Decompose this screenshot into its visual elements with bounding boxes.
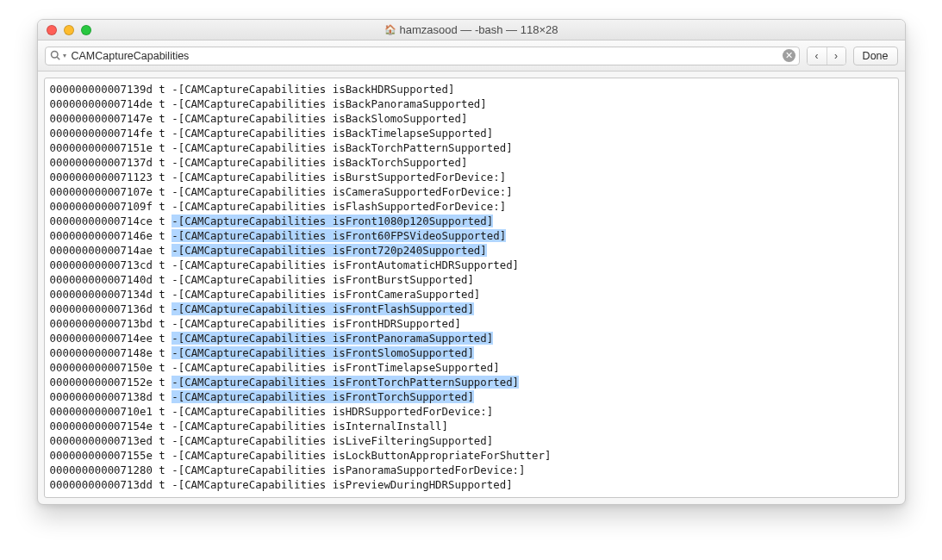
highlighted-symbol: -[CAMCaptureCapabilities isFront60FPSVid…: [172, 229, 506, 242]
terminal-line[interactable]: 000000000007136d t -[CAMCaptureCapabilit…: [50, 302, 893, 316]
terminal-line[interactable]: 000000000007151e t -[CAMCaptureCapabilit…: [50, 140, 893, 155]
terminal-line[interactable]: 00000000000714ee t -[CAMCaptureCapabilit…: [50, 331, 893, 345]
svg-line-1: [57, 57, 59, 59]
terminal-line[interactable]: 00000000000713bd t -[CAMCaptureCapabilit…: [50, 316, 893, 331]
window-title: 🏠 hamzasood — -bash — 118×28: [38, 23, 905, 36]
terminal-line[interactable]: 000000000007152e t -[CAMCaptureCapabilit…: [50, 375, 893, 389]
terminal-line[interactable]: 00000000000710e1 t -[CAMCaptureCapabilit…: [50, 404, 893, 419]
terminal-line[interactable]: 00000000000714ce t -[CAMCaptureCapabilit…: [50, 214, 893, 228]
highlighted-symbol: -[CAMCaptureCapabilities isFront720p240S…: [172, 244, 487, 257]
terminal-line[interactable]: 000000000007155e t -[CAMCaptureCapabilit…: [50, 448, 893, 463]
terminal-line[interactable]: 00000000000714fe t -[CAMCaptureCapabilit…: [50, 126, 893, 140]
chevron-down-icon[interactable]: ▾: [63, 53, 70, 59]
svg-point-0: [51, 51, 58, 58]
terminal-line[interactable]: 000000000007154e t -[CAMCaptureCapabilit…: [50, 419, 893, 433]
terminal-line[interactable]: 000000000007134d t -[CAMCaptureCapabilit…: [50, 287, 893, 302]
terminal-line[interactable]: 00000000000713dd t -[CAMCaptureCapabilit…: [50, 477, 893, 492]
find-previous-button[interactable]: ‹: [808, 47, 827, 65]
highlighted-symbol: -[CAMCaptureCapabilities isFrontTorchSup…: [172, 390, 474, 403]
clear-search-button[interactable]: ✕: [783, 49, 795, 62]
terminal-line[interactable]: 000000000007138d t -[CAMCaptureCapabilit…: [50, 389, 893, 404]
terminal-window: 🏠 hamzasood — -bash — 118×28 ▾ ✕ ‹ › Don…: [37, 19, 906, 505]
terminal-line[interactable]: 000000000007150e t -[CAMCaptureCapabilit…: [50, 360, 893, 375]
terminal-line[interactable]: 000000000007137d t -[CAMCaptureCapabilit…: [50, 155, 893, 170]
terminal-line[interactable]: 0000000000071123 t -[CAMCaptureCapabilit…: [50, 170, 893, 184]
search-icon: [49, 50, 63, 62]
home-icon: 🏠: [384, 25, 396, 34]
terminal-content[interactable]: 000000000007139d t -[CAMCaptureCapabilit…: [44, 78, 899, 498]
window-title-text: hamzasood — -bash — 118×28: [400, 23, 558, 36]
close-window-button[interactable]: [47, 25, 57, 35]
terminal-line[interactable]: 00000000000713cd t -[CAMCaptureCapabilit…: [50, 258, 893, 272]
terminal-line[interactable]: 000000000007146e t -[CAMCaptureCapabilit…: [50, 228, 893, 243]
terminal-line[interactable]: 000000000007139d t -[CAMCaptureCapabilit…: [50, 82, 893, 96]
done-button[interactable]: Done: [853, 47, 898, 65]
highlighted-symbol: -[CAMCaptureCapabilities isFrontFlashSup…: [172, 302, 474, 315]
highlighted-symbol: -[CAMCaptureCapabilities isFront1080p120…: [172, 215, 493, 227]
find-next-button[interactable]: ›: [827, 47, 845, 65]
terminal-line[interactable]: 000000000007148e t -[CAMCaptureCapabilit…: [50, 345, 893, 360]
terminal-line[interactable]: 0000000000071280 t -[CAMCaptureCapabilit…: [50, 463, 893, 477]
terminal-line[interactable]: 000000000007109f t -[CAMCaptureCapabilit…: [50, 199, 893, 214]
terminal-line[interactable]: 00000000000714ae t -[CAMCaptureCapabilit…: [50, 243, 893, 258]
terminal-line[interactable]: 00000000000713ed t -[CAMCaptureCapabilit…: [50, 433, 893, 448]
traffic-lights: [38, 25, 91, 35]
titlebar[interactable]: 🏠 hamzasood — -bash — 118×28: [38, 20, 905, 40]
find-toolbar: ▾ ✕ ‹ › Done: [38, 40, 905, 72]
terminal-line[interactable]: 000000000007107e t -[CAMCaptureCapabilit…: [50, 184, 893, 199]
minimize-window-button[interactable]: [64, 25, 74, 35]
zoom-window-button[interactable]: [81, 25, 91, 35]
highlighted-symbol: -[CAMCaptureCapabilities isFrontSlomoSup…: [172, 346, 474, 359]
terminal-line[interactable]: 000000000007140d t -[CAMCaptureCapabilit…: [50, 272, 893, 287]
highlighted-symbol: -[CAMCaptureCapabilities isFrontPanorama…: [172, 332, 493, 345]
find-nav-group: ‹ ›: [807, 47, 846, 65]
highlighted-symbol: -[CAMCaptureCapabilities isFrontTorchPat…: [172, 376, 519, 389]
search-field-wrap[interactable]: ▾ ✕: [45, 47, 800, 65]
terminal-line[interactable]: 00000000000714de t -[CAMCaptureCapabilit…: [50, 96, 893, 111]
terminal-line[interactable]: 000000000007147e t -[CAMCaptureCapabilit…: [50, 111, 893, 126]
search-input[interactable]: [70, 49, 783, 63]
